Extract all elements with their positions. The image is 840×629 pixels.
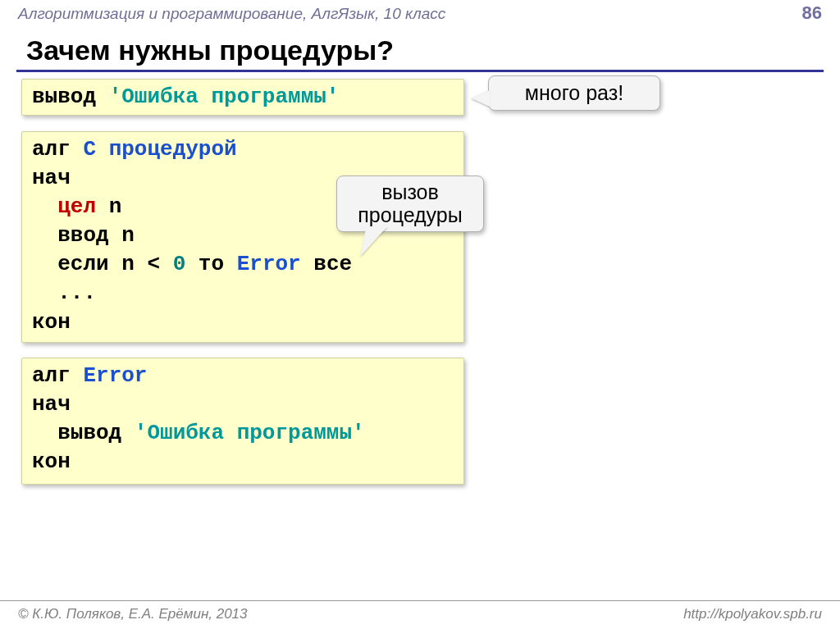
title-rule bbox=[16, 70, 824, 72]
footer-url: http://kpolyakov.spb.ru bbox=[683, 606, 822, 622]
code-box-main: алг С процедурой нач цел n ввод n если n… bbox=[21, 131, 464, 343]
footer-copyright: © К.Ю. Поляков, Е.А. Ерёмин, 2013 bbox=[18, 606, 248, 622]
code-box-error-proc: алг Error нач вывод 'Ошибка программы' к… bbox=[21, 358, 464, 485]
kw-output: вывод bbox=[32, 84, 109, 109]
str-error: 'Ошибка программы' bbox=[109, 84, 340, 109]
slide-footer: © К.Ю. Поляков, Е.А. Ерёмин, 2013 http:/… bbox=[0, 600, 840, 629]
callout-tail-1 bbox=[472, 90, 490, 107]
slide-header: Алгоритмизация и программирование, АлгЯз… bbox=[0, 0, 840, 26]
callout-proc-call: вызов процедуры bbox=[336, 175, 484, 232]
page-number: 86 bbox=[802, 2, 822, 24]
course-title: Алгоритмизация и программирование, АлгЯз… bbox=[18, 5, 445, 22]
callout-many-times: много раз! bbox=[488, 75, 660, 111]
code-box-print-error: вывод 'Ошибка программы' bbox=[21, 79, 464, 116]
slide-title: Зачем нужны процедуры? bbox=[0, 26, 840, 68]
